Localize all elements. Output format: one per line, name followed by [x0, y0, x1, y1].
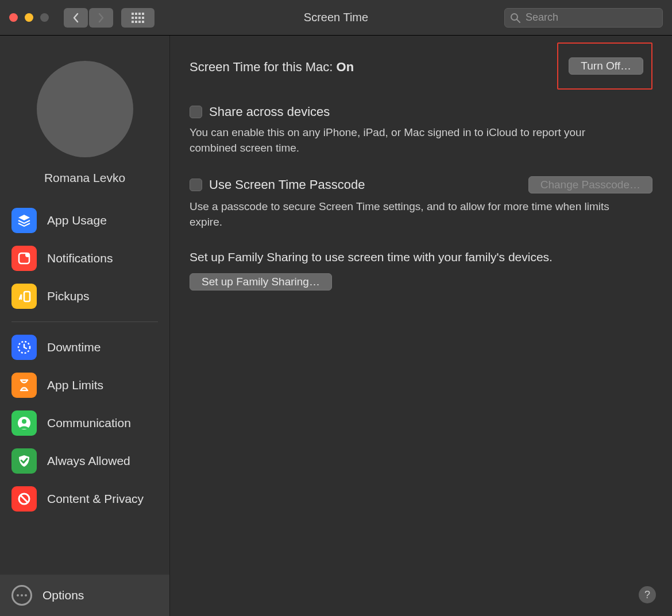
sidebar-item-downtime[interactable]: Downtime	[11, 332, 158, 362]
svg-rect-7	[142, 17, 144, 19]
svg-line-13	[517, 20, 520, 22]
share-across-devices-row: Share across devices	[190, 104, 652, 119]
layers-icon	[17, 213, 32, 228]
use-passcode-label: Use Screen Time Passcode	[209, 177, 365, 192]
sidebar: Romana Levko App Usage Notifications Pic…	[0, 36, 170, 616]
sidebar-item-label: App Limits	[47, 378, 103, 392]
chevron-left-icon	[72, 13, 79, 23]
sidebar-divider	[11, 321, 158, 322]
sidebar-item-app-usage[interactable]: App Usage	[11, 206, 158, 235]
svg-rect-9	[135, 21, 137, 23]
nav-buttons	[64, 8, 113, 28]
person-icon	[17, 416, 32, 431]
sidebar-item-notifications[interactable]: Notifications	[11, 243, 158, 273]
share-across-devices-label: Share across devices	[209, 104, 330, 119]
svg-rect-0	[132, 13, 134, 15]
status-prefix: Screen Time for this Mac:	[190, 60, 337, 74]
svg-rect-10	[138, 21, 141, 23]
chevron-right-icon	[98, 13, 105, 23]
hourglass-icon	[17, 378, 32, 393]
help-button[interactable]: ?	[639, 586, 656, 603]
help-icon: ?	[644, 589, 650, 601]
search-icon	[510, 13, 520, 23]
svg-line-21	[20, 495, 28, 503]
svg-rect-16	[24, 292, 30, 301]
sidebar-item-app-limits[interactable]: App Limits	[11, 370, 158, 400]
sidebar-item-label: App Usage	[47, 214, 107, 227]
sidebar-item-label: Content & Privacy	[47, 492, 144, 506]
back-button[interactable]	[64, 8, 88, 28]
highlight-annotation: Turn Off…	[557, 42, 652, 90]
bell-square-icon	[17, 251, 32, 266]
sidebar-item-label: Always Allowed	[47, 454, 130, 468]
use-passcode-checkbox[interactable]	[190, 179, 202, 191]
status-value: On	[337, 60, 354, 74]
sidebar-group-1: App Usage Notifications Pickups	[0, 206, 169, 311]
sidebar-item-pickups[interactable]: Pickups	[11, 281, 158, 311]
fullscreen-window-button[interactable]	[40, 13, 49, 22]
forward-button[interactable]	[89, 8, 113, 28]
search-input[interactable]	[504, 8, 663, 28]
share-across-devices-checkbox[interactable]	[190, 106, 202, 118]
titlebar: Screen Time	[0, 0, 672, 36]
no-entry-icon	[17, 491, 32, 506]
sidebar-item-options[interactable]: Options	[0, 575, 169, 616]
check-shield-icon	[17, 454, 32, 468]
sidebar-item-label: Notifications	[47, 251, 113, 265]
clock-icon	[17, 340, 32, 355]
pickup-icon	[17, 289, 32, 304]
sidebar-item-label: Communication	[47, 416, 131, 430]
passcode-description: Use a passcode to secure Screen Time set…	[190, 199, 615, 230]
svg-rect-3	[142, 13, 144, 15]
sidebar-item-label: Downtime	[47, 340, 101, 354]
options-icon	[11, 585, 32, 606]
sidebar-item-communication[interactable]: Communication	[11, 408, 158, 438]
minimize-window-button[interactable]	[25, 13, 33, 22]
window-controls	[9, 13, 49, 22]
sidebar-item-always-allowed[interactable]: Always Allowed	[11, 446, 158, 476]
avatar	[37, 61, 133, 157]
share-description: You can enable this on any iPhone, iPad,…	[190, 125, 615, 156]
change-passcode-button[interactable]: Change Passcode…	[528, 176, 652, 193]
svg-rect-1	[135, 13, 137, 15]
show-all-button[interactable]	[121, 8, 155, 28]
screen-time-status: Screen Time for this Mac: On	[190, 60, 354, 75]
svg-point-19	[22, 419, 26, 424]
family-sharing-text: Set up Family Sharing to use screen time…	[190, 250, 652, 264]
turn-off-button[interactable]: Turn Off…	[569, 57, 643, 75]
close-window-button[interactable]	[9, 13, 18, 22]
passcode-row: Use Screen Time Passcode Change Passcode…	[190, 176, 652, 193]
grid-icon	[132, 13, 144, 23]
svg-rect-4	[132, 17, 134, 19]
svg-point-15	[25, 253, 30, 257]
svg-rect-5	[135, 17, 137, 19]
setup-family-sharing-button[interactable]: Set up Family Sharing…	[190, 273, 332, 290]
user-block: Romana Levko	[0, 61, 169, 185]
svg-rect-2	[138, 13, 141, 15]
svg-rect-6	[138, 17, 141, 19]
svg-rect-11	[142, 21, 144, 23]
sidebar-group-2: Downtime App Limits Communication Always…	[0, 332, 169, 514]
search-container	[504, 8, 663, 28]
sidebar-item-label: Options	[43, 588, 84, 602]
svg-rect-8	[132, 21, 134, 23]
username-label: Romana Levko	[44, 171, 125, 185]
sidebar-item-label: Pickups	[47, 289, 90, 303]
main-panel: Screen Time for this Mac: On Turn Off… S…	[170, 36, 672, 616]
sidebar-item-content-privacy[interactable]: Content & Privacy	[11, 484, 158, 514]
